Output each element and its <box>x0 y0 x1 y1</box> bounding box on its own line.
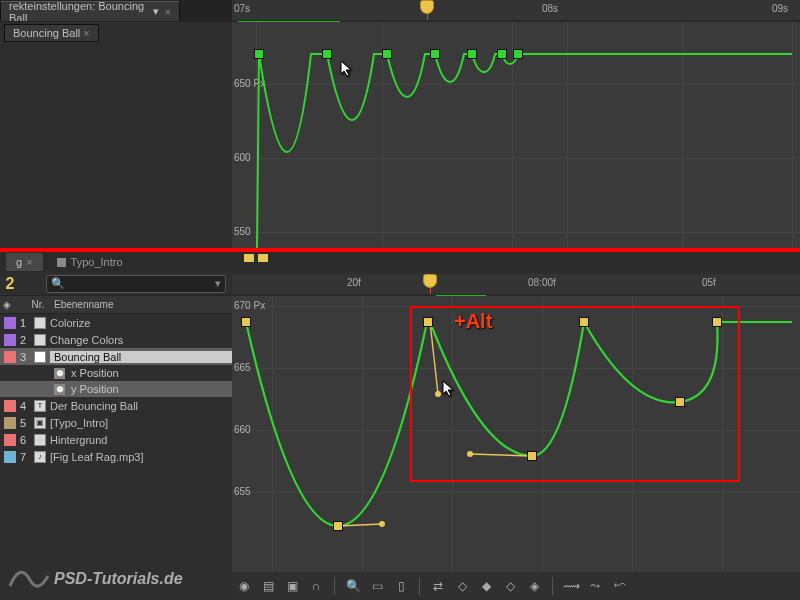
layer-name: Change Colors <box>50 334 123 346</box>
marker[interactable] <box>258 254 268 262</box>
property-label: x Position <box>71 367 119 379</box>
bezier-handle[interactable] <box>467 451 473 457</box>
eye-icon[interactable]: ◉ <box>235 577 253 595</box>
keyframe[interactable] <box>424 318 432 326</box>
tab-label: Bouncing Ball <box>13 27 80 39</box>
bottom-tab-bar: g× Typo_Intro <box>0 252 800 272</box>
layer-name: Colorize <box>50 317 90 329</box>
layer-type-icon <box>34 317 46 329</box>
snap-icon[interactable]: ∩ <box>307 577 325 595</box>
tab-project-settings[interactable]: rekteinstellungen: Bouncing Ball▾× <box>0 1 180 21</box>
hold-keyframe-icon[interactable]: ◆ <box>477 577 495 595</box>
layer-index: 3 <box>16 351 30 363</box>
layer-row-der-bouncing-ball[interactable]: 4TDer Bouncing Ball <box>0 397 232 414</box>
top-time-ruler[interactable]: 07s 08s 09s <box>232 0 800 22</box>
tab-label: Typo_Intro <box>71 256 123 268</box>
keyframe[interactable] <box>580 318 588 326</box>
col-name: Ebenenname <box>48 299 114 310</box>
graph-curve-bottom <box>232 296 800 572</box>
tab-bouncing-ball[interactable]: Bouncing Ball × <box>4 24 99 42</box>
col-number: Nr. <box>14 299 48 310</box>
layer-color-label[interactable] <box>4 351 16 363</box>
layer-row-bouncing-ball[interactable]: 3Bouncing Ball <box>0 348 232 365</box>
stopwatch-icon[interactable]: ⌚ <box>54 384 65 395</box>
layer-columns-header: ◈ Nr. Ebenenname <box>0 296 232 314</box>
layer-panel: ◈ Nr. Ebenenname 1Colorize2Change Colors… <box>0 296 232 465</box>
tab-typo-intro[interactable]: Typo_Intro <box>47 253 133 271</box>
layer-name: Hintergrund <box>50 434 107 446</box>
watermark: PSD-Tutorials.de <box>8 566 183 594</box>
fit-selection-icon[interactable]: ▯ <box>392 577 410 595</box>
top-graph-editor: rekteinstellungen: Bouncing Ball▾× Bounc… <box>0 0 800 248</box>
keyframe[interactable] <box>528 452 536 460</box>
layer-type-icon: ♪ <box>34 451 46 463</box>
graph-area-bottom[interactable]: 670 Px 665 660 655 +Alt <box>232 296 800 572</box>
property-y-position[interactable]: ⌚y Position <box>0 381 232 397</box>
layer-type-icon <box>34 351 46 363</box>
layer-index: 4 <box>16 400 30 412</box>
ruler-tick: 20f <box>347 277 361 288</box>
layer-name: [Fig Leaf Rag.mp3] <box>50 451 144 463</box>
zoom-icon[interactable]: 🔍 <box>344 577 362 595</box>
layer-search-input[interactable]: 🔍 ▾ <box>46 275 226 293</box>
layer-type-icon: T <box>34 400 46 412</box>
keyframe[interactable] <box>676 398 684 406</box>
layer-color-label[interactable] <box>4 451 16 463</box>
layer-index: 6 <box>16 434 30 446</box>
layer-row-change-colors[interactable]: 2Change Colors <box>0 331 232 348</box>
graph-area-top[interactable]: 650 Px 600 550 <box>232 22 800 248</box>
property-x-position[interactable]: ⌚x Position <box>0 365 232 381</box>
layer-color-label[interactable] <box>4 400 16 412</box>
timeline-panel: g× Typo_Intro 2 🔍 ▾ 20f 08:00f 05f ◈ Nr.… <box>0 252 800 600</box>
tab-current-comp[interactable]: g× <box>6 253 43 271</box>
ruler-tick: 08s <box>542 3 558 14</box>
layer-index: 7 <box>16 451 30 463</box>
property-label: y Position <box>71 383 119 395</box>
layer-row--fig-leaf-rag-mp3-[interactable]: 7♪[Fig Leaf Rag.mp3] <box>0 448 232 465</box>
comp-icon <box>57 258 66 267</box>
layer-type-icon <box>34 334 46 346</box>
tutorial-hint-text: +Alt <box>454 310 492 333</box>
fit-all-icon[interactable]: ▭ <box>368 577 386 595</box>
keyframe[interactable] <box>334 522 342 530</box>
layer-index: 2 <box>16 334 30 346</box>
bezier-handle[interactable] <box>379 521 385 527</box>
easy-ease-icon[interactable]: ⟿ <box>562 577 580 595</box>
layer-index: 1 <box>16 317 30 329</box>
layer-index: 5 <box>16 417 30 429</box>
ruler-tick: 09s <box>772 3 788 14</box>
stopwatch-icon[interactable]: ⌚ <box>54 368 65 379</box>
graph-options-icon[interactable]: ▤ <box>259 577 277 595</box>
layer-row-colorize[interactable]: 1Colorize <box>0 314 232 331</box>
layer-row--typo-intro-[interactable]: 5▣[Typo_Intro] <box>0 414 232 431</box>
linear-keyframe-icon[interactable]: ◇ <box>501 577 519 595</box>
layer-name: [Typo_Intro] <box>50 417 108 429</box>
edit-keyframe-icon[interactable]: ◇ <box>453 577 471 595</box>
auto-bezier-icon[interactable]: ◈ <box>525 577 543 595</box>
chevron-down-icon[interactable]: ▾ <box>215 277 221 290</box>
in-point-marker[interactable] <box>244 254 254 262</box>
ruler-tick: 08:00f <box>528 277 556 288</box>
watermark-text: PSD-Tutorials.de <box>54 570 183 587</box>
eye-column-icon: ◈ <box>0 299 14 310</box>
layer-color-label[interactable] <box>4 434 16 446</box>
keyframe[interactable] <box>713 318 721 326</box>
layer-color-label[interactable] <box>4 417 16 429</box>
separate-dimensions-icon[interactable]: ⇄ <box>429 577 447 595</box>
easy-ease-in-icon[interactable]: ⤳ <box>586 577 604 595</box>
search-field[interactable] <box>65 278 215 290</box>
show-transform-box-icon[interactable]: ▣ <box>283 577 301 595</box>
easy-ease-out-icon[interactable]: ⬿ <box>610 577 628 595</box>
tab-label: g <box>16 256 22 268</box>
current-time-display[interactable]: 2 <box>0 275 20 293</box>
layer-type-icon: ▣ <box>34 417 46 429</box>
layer-name: Der Bouncing Ball <box>50 400 138 412</box>
layer-color-label[interactable] <box>4 317 16 329</box>
ruler-tick: 05f <box>702 277 716 288</box>
ruler-tick: 07s <box>234 3 250 14</box>
keyframe[interactable] <box>242 318 250 326</box>
bottom-time-ruler[interactable]: 20f 08:00f 05f <box>232 274 800 296</box>
layer-color-label[interactable] <box>4 334 16 346</box>
bezier-handle[interactable] <box>435 391 441 397</box>
layer-row-hintergrund[interactable]: 6Hintergrund <box>0 431 232 448</box>
